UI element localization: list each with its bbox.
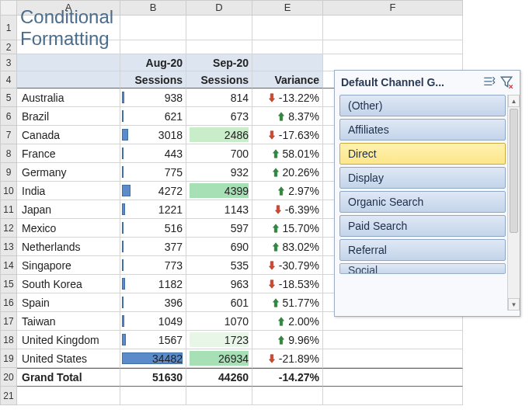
- row-header-9[interactable]: 9: [0, 163, 17, 182]
- variance-cell[interactable]: -30.79%: [252, 256, 323, 275]
- aug-sessions-cell[interactable]: 1182: [120, 275, 186, 293]
- cell-A2[interactable]: [17, 40, 120, 54]
- country-cell[interactable]: Japan: [17, 200, 120, 219]
- row-header-13[interactable]: 13: [0, 238, 17, 256]
- sep-sessions-cell[interactable]: 1723: [186, 331, 252, 349]
- sep-sessions-cell[interactable]: 673: [186, 107, 252, 126]
- row-header-16[interactable]: 16: [0, 293, 17, 312]
- variance-cell[interactable]: 58.01%: [252, 144, 323, 163]
- row-header-12[interactable]: 12: [0, 219, 17, 238]
- aug-sessions-cell[interactable]: 4272: [120, 182, 186, 200]
- row-header-7[interactable]: 7: [0, 126, 17, 144]
- slicer-item-organic-search[interactable]: Organic Search: [339, 191, 506, 213]
- country-cell[interactable]: Taiwan: [17, 312, 120, 331]
- slicer-item-direct[interactable]: Direct: [339, 143, 506, 165]
- cell-F20[interactable]: [323, 368, 463, 387]
- variance-cell[interactable]: -17.63%: [252, 126, 323, 144]
- scroll-up-icon[interactable]: ▲: [508, 95, 520, 107]
- variance-cell[interactable]: 9.96%: [252, 331, 323, 349]
- sep-sessions-cell[interactable]: 690: [186, 238, 252, 256]
- variance-cell[interactable]: 2.97%: [252, 182, 323, 200]
- col-header-E[interactable]: E: [252, 0, 323, 16]
- slicer[interactable]: Default Channel G... (Other)AffiliatesDi…: [334, 70, 520, 317]
- scroll-down-icon[interactable]: ▼: [508, 298, 520, 311]
- row-header-20[interactable]: 20: [0, 368, 17, 387]
- variance-cell[interactable]: 20.26%: [252, 163, 323, 182]
- grand-total-aug[interactable]: 51630: [120, 368, 186, 387]
- scroll-thumb[interactable]: [510, 109, 518, 233]
- row-header-19[interactable]: 19: [0, 349, 17, 368]
- grand-total-sep[interactable]: 44260: [186, 368, 252, 387]
- sep-sessions-cell[interactable]: 26934: [186, 349, 252, 368]
- row-header-18[interactable]: 18: [0, 331, 17, 349]
- country-cell[interactable]: Spain: [17, 293, 120, 312]
- aug-sessions-cell[interactable]: 396: [120, 293, 186, 312]
- row-header-11[interactable]: 11: [0, 200, 17, 219]
- cell-E1[interactable]: [252, 16, 323, 40]
- cell-B1[interactable]: [120, 16, 186, 40]
- clear-filter-icon[interactable]: [499, 75, 513, 89]
- cell-F21[interactable]: [323, 387, 463, 405]
- row-header-14[interactable]: 14: [0, 256, 17, 275]
- row-header-6[interactable]: 6: [0, 107, 17, 126]
- cell-D21[interactable]: [186, 387, 252, 405]
- sep-sessions-cell[interactable]: 2486: [186, 126, 252, 144]
- variance-cell[interactable]: 8.37%: [252, 107, 323, 126]
- country-cell[interactable]: Netherlands: [17, 238, 120, 256]
- aug-sessions-cell[interactable]: 34482: [120, 349, 186, 368]
- cell-F18[interactable]: [323, 331, 463, 349]
- cell-A4[interactable]: [17, 71, 120, 89]
- country-cell[interactable]: United Kingdom: [17, 331, 120, 349]
- cell-F3[interactable]: [323, 54, 463, 71]
- cell-A21[interactable]: [17, 387, 120, 405]
- sep-sessions-cell[interactable]: 700: [186, 144, 252, 163]
- cell-D2[interactable]: [186, 40, 252, 54]
- slicer-item-display[interactable]: Display: [339, 167, 506, 189]
- row-header-5[interactable]: 5: [0, 89, 17, 107]
- country-cell[interactable]: Mexico: [17, 219, 120, 238]
- variance-cell[interactable]: 83.02%: [252, 238, 323, 256]
- country-cell[interactable]: Singapore: [17, 256, 120, 275]
- variance-cell[interactable]: 51.77%: [252, 293, 323, 312]
- col-header-F[interactable]: F: [323, 0, 463, 16]
- cell-E3[interactable]: [252, 54, 323, 71]
- cell-A3[interactable]: [17, 54, 120, 71]
- sep-sessions-cell[interactable]: 932: [186, 163, 252, 182]
- aug-sessions-cell[interactable]: 1567: [120, 331, 186, 349]
- cell-F1[interactable]: [323, 16, 463, 40]
- row-header-17[interactable]: 17: [0, 312, 17, 331]
- variance-cell[interactable]: 15.70%: [252, 219, 323, 238]
- col-header-B[interactable]: B: [120, 0, 186, 16]
- cell-B21[interactable]: [120, 387, 186, 405]
- aug-sessions-cell[interactable]: 377: [120, 238, 186, 256]
- select-all-corner[interactable]: [0, 0, 17, 16]
- grand-total-var[interactable]: -14.27%: [252, 368, 323, 387]
- row-header-15[interactable]: 15: [0, 275, 17, 293]
- aug-sessions-cell[interactable]: 773: [120, 256, 186, 275]
- cell-E21[interactable]: [252, 387, 323, 405]
- sep-sessions-cell[interactable]: 963: [186, 275, 252, 293]
- sep-sessions-cell[interactable]: 597: [186, 219, 252, 238]
- country-cell[interactable]: Australia: [17, 89, 120, 107]
- row-header-8[interactable]: 8: [0, 144, 17, 163]
- scroll-track[interactable]: [508, 107, 520, 298]
- col-header-D[interactable]: D: [186, 0, 252, 16]
- header-aug[interactable]: Aug-20: [120, 54, 186, 71]
- cell-A1[interactable]: Conditional Formatting: [17, 16, 120, 40]
- slicer-scrollbar[interactable]: ▲ ▼: [507, 95, 520, 311]
- slicer-item-paid-search[interactable]: Paid Search: [339, 215, 506, 237]
- sep-sessions-cell[interactable]: 535: [186, 256, 252, 275]
- row-header-21[interactable]: 21: [0, 387, 17, 405]
- row-header-3[interactable]: 3: [0, 54, 17, 71]
- row-header-2[interactable]: 2: [0, 40, 17, 54]
- variance-cell[interactable]: -18.53%: [252, 275, 323, 293]
- cell-B2[interactable]: [120, 40, 186, 54]
- sep-sessions-cell[interactable]: 1143: [186, 200, 252, 219]
- country-cell[interactable]: India: [17, 182, 120, 200]
- country-cell[interactable]: France: [17, 144, 120, 163]
- row-header-10[interactable]: 10: [0, 182, 17, 200]
- header-aug-sessions[interactable]: Sessions: [120, 71, 186, 89]
- country-cell[interactable]: Brazil: [17, 107, 120, 126]
- sep-sessions-cell[interactable]: 814: [186, 89, 252, 107]
- sep-sessions-cell[interactable]: 1070: [186, 312, 252, 331]
